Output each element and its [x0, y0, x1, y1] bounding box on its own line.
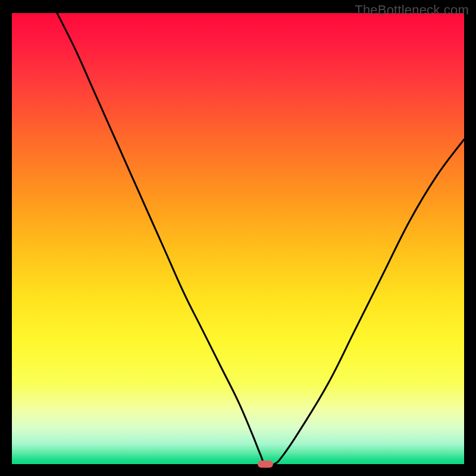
watermark-text: TheBottleneck.com [355, 2, 469, 18]
plot-area [12, 13, 464, 464]
bottleneck-chart-svg [12, 13, 464, 464]
optimum-marker [258, 461, 273, 468]
gradient-background [12, 13, 464, 464]
chart-frame: TheBottleneck.com [0, 0, 476, 476]
